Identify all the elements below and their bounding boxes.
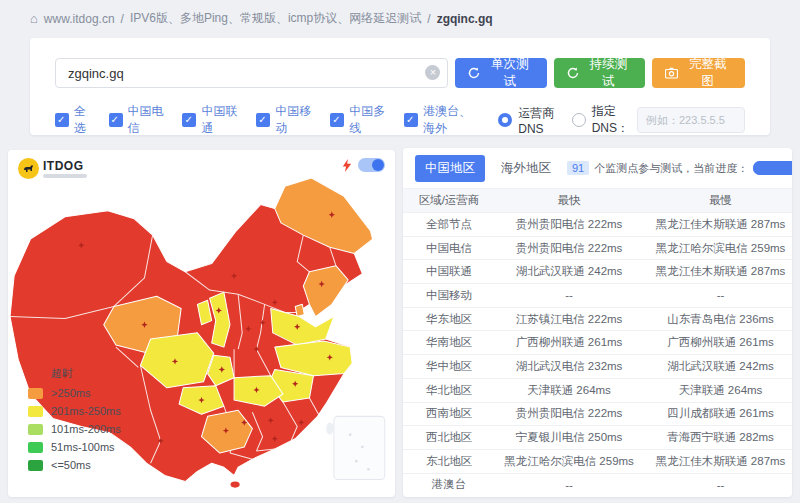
isp-checkbox[interactable]: 中国多线	[330, 103, 387, 137]
checkbox-checked-icon[interactable]	[182, 113, 196, 127]
table-row[interactable]: 港澳台 -- -- --	[403, 473, 792, 497]
cell-region: 西南地区	[403, 406, 495, 421]
checkbox-checked-icon[interactable]	[330, 113, 344, 127]
cell-fastest: --	[495, 479, 643, 491]
legend-item: 超时	[28, 366, 121, 381]
cell-fastest: 贵州贵阳电信 222ms	[495, 217, 643, 232]
cell-region: 华中地区	[403, 359, 495, 374]
monitor-count-badge: 91	[567, 161, 589, 175]
table-row[interactable]: 全部节点 贵州贵阳电信 222ms 黑龙江佳木斯联通 287ms 249ms	[403, 212, 792, 236]
legend-item: 101ms-200ms	[28, 423, 121, 435]
isp-checkbox[interactable]: 中国联通	[182, 103, 239, 137]
table-header-cell: 最慢	[643, 193, 792, 208]
legend-label: <=50ms	[51, 459, 91, 471]
custom-dns-label[interactable]: 指定DNS：	[592, 103, 631, 137]
continuous-test-button[interactable]: 持续测试	[554, 58, 646, 88]
table-row[interactable]: 中国联通 湖北武汉联通 242ms 黑龙江佳木斯联通 287ms 267ms	[403, 259, 792, 283]
refresh-icon	[567, 67, 579, 79]
cell-fastest: 广西柳州联通 261ms	[495, 335, 643, 350]
home-icon[interactable]: ⌂	[30, 11, 38, 26]
breadcrumb-nav-links[interactable]: IPV6版、多地Ping、常规版、icmp协议、网络延迟测试	[130, 10, 421, 27]
table-row[interactable]: 华南地区 广西柳州联通 261ms 广西柳州联通 261ms 261ms	[403, 330, 792, 354]
isp-checkbox[interactable]: 中国电信	[109, 103, 166, 137]
legend-item: 51ms-100ms	[28, 441, 121, 453]
cell-fastest: 湖北武汉联通 242ms	[495, 264, 643, 279]
table-row[interactable]: 华中地区 湖北武汉电信 232ms 湖北武汉联通 242ms 237ms	[403, 354, 792, 378]
carrier-dns-label[interactable]: 运营商DNS	[518, 105, 557, 136]
region-tab[interactable]: 海外地区	[491, 155, 561, 182]
legend-item: >250ms	[28, 387, 121, 399]
cell-fastest: 宁夏银川电信 250ms	[495, 430, 643, 445]
cell-slowest: 湖北武汉联通 242ms	[643, 359, 792, 374]
lightning-icon	[342, 159, 352, 172]
table-header-cell: 最快	[495, 193, 643, 208]
checkbox-checked-icon[interactable]	[404, 113, 418, 127]
cell-region: 中国联通	[403, 264, 495, 279]
cell-slowest: --	[643, 289, 792, 301]
carrier-dns-radio[interactable]	[498, 113, 512, 127]
cell-region: 华南地区	[403, 335, 495, 350]
region-tab[interactable]: 中国地区	[415, 155, 485, 182]
breadcrumb-site-link[interactable]: www.itdog.cn	[44, 12, 115, 26]
legend-swatch	[28, 368, 43, 379]
cell-slowest: 广西柳州联通 261ms	[643, 335, 792, 350]
checkbox-label: 中国多线	[349, 103, 387, 137]
legend-label: 101ms-200ms	[51, 423, 121, 435]
checkbox-label: 中国电信	[128, 103, 166, 137]
monitor-text: 个监测点参与测试，当前进度：	[594, 161, 748, 176]
map-legend: 超时 >250ms 201ms-250ms 101ms-200ms 51ms-1…	[28, 366, 121, 471]
cell-fastest: 湖北武汉电信 232ms	[495, 359, 643, 374]
isp-checkbox[interactable]: 港澳台、海外	[404, 103, 481, 137]
results-table: 区域/运营商最快最慢平均 全部节点 贵州贵阳电信 222ms 黑龙江佳木斯联通 …	[403, 188, 792, 496]
map-card: ITDOG	[8, 150, 395, 497]
single-test-button[interactable]: 单次测试	[455, 58, 547, 88]
cell-region: 西北地区	[403, 430, 495, 445]
legend-item: 201ms-250ms	[28, 405, 121, 417]
refresh-icon	[468, 67, 480, 79]
table-row[interactable]: 中国电信 贵州贵阳电信 222ms 黑龙江哈尔滨电信 259ms 234ms	[403, 236, 792, 260]
breadcrumb-current: zgqinc.gq	[437, 12, 493, 26]
breadcrumb-separator: /	[427, 12, 430, 26]
table-row[interactable]: 华东地区 江苏镇江电信 222ms 山东青岛电信 236ms 227ms	[403, 307, 792, 331]
table-row[interactable]: 西北地区 宁夏银川电信 250ms 青海西宁联通 282ms 266ms	[403, 425, 792, 449]
table-row[interactable]: 西南地区 贵州贵阳电信 222ms 四川成都联通 261ms 236ms	[403, 402, 792, 426]
cell-region: 全部节点	[403, 217, 495, 232]
host-input[interactable]	[55, 58, 448, 88]
cell-fastest: 黑龙江哈尔滨电信 259ms	[495, 454, 643, 469]
legend-label: 51ms-100ms	[51, 441, 115, 453]
isp-checkbox[interactable]: 中国移动	[256, 103, 313, 137]
logo-text: ITDOG	[43, 160, 87, 172]
cell-slowest: 天津联通 264ms	[643, 383, 792, 398]
checkbox-label: 全选	[74, 103, 92, 137]
cell-slowest: 山东青岛电信 236ms	[643, 312, 792, 327]
results-card: 中国地区海外地区 91 个监测点参与测试，当前进度： 100% 区域/运营商最快…	[403, 148, 792, 497]
legend-swatch	[28, 442, 43, 453]
cell-fastest: --	[495, 289, 643, 301]
cell-region: 中国电信	[403, 241, 495, 256]
map-toggle-switch[interactable]	[358, 158, 385, 172]
south-china-sea-inset	[334, 416, 385, 479]
checkbox-checked-icon[interactable]	[109, 113, 123, 127]
legend-item: <=50ms	[28, 459, 121, 471]
custom-dns-radio[interactable]	[572, 113, 586, 127]
camera-icon	[665, 67, 678, 79]
checkbox-checked-icon[interactable]	[256, 113, 270, 127]
cell-region: 中国移动	[403, 288, 495, 303]
legend-swatch	[28, 424, 43, 435]
cell-region: 港澳台	[403, 477, 495, 492]
cell-region: 华东地区	[403, 312, 495, 327]
cell-slowest: 黑龙江哈尔滨电信 259ms	[643, 241, 792, 256]
table-header-cell: 区域/运营商	[403, 193, 495, 208]
checkbox-checked-icon[interactable]	[55, 113, 69, 127]
cell-fastest: 江苏镇江电信 222ms	[495, 312, 643, 327]
table-row[interactable]: 华北地区 天津联通 264ms 天津联通 264ms 264ms	[403, 378, 792, 402]
table-row[interactable]: 东北地区 黑龙江哈尔滨电信 259ms 黑龙江佳木斯联通 287ms 274ms	[403, 449, 792, 473]
full-screenshot-button[interactable]: 完整截图	[652, 58, 745, 88]
cell-slowest: 青海西宁联通 282ms	[643, 430, 792, 445]
isp-checkbox[interactable]: 全选	[55, 103, 92, 137]
breadcrumb: ⌂ www.itdog.cn / IPV6版、多地Ping、常规版、icmp协议…	[30, 10, 493, 27]
cell-region: 华北地区	[403, 383, 495, 398]
cell-region: 东北地区	[403, 454, 495, 469]
table-row[interactable]: 中国移动 -- -- --	[403, 283, 792, 307]
custom-dns-input[interactable]	[637, 107, 745, 133]
